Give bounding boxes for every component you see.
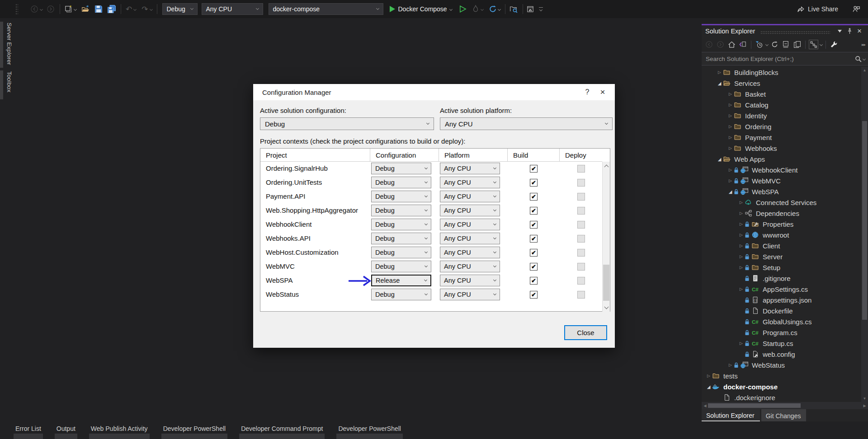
tree-expand-icon[interactable]: ▷ — [727, 92, 734, 96]
tree-expand-icon[interactable]: ▷ — [738, 211, 745, 215]
build-checkbox[interactable]: ✔ — [530, 263, 538, 271]
platform-combo[interactable]: Any CPU — [440, 275, 500, 286]
toolbar-overflow-icon[interactable] — [539, 7, 543, 11]
tree-item-catalog[interactable]: ▷Catalog — [702, 99, 861, 110]
new-project-icon[interactable] — [64, 5, 73, 14]
platform-combo[interactable]: Any CPU — [440, 205, 500, 216]
build-checkbox[interactable]: ✔ — [530, 291, 538, 299]
tree-item-client[interactable]: ▷Client — [702, 240, 861, 251]
configuration-combo[interactable]: Debug — [371, 205, 431, 216]
properties-wrench-icon[interactable] — [829, 40, 839, 49]
build-checkbox[interactable]: ✔ — [530, 165, 538, 173]
tree-expand-icon[interactable]: ▷ — [738, 341, 745, 346]
configuration-combo[interactable]: Debug — [371, 261, 431, 272]
platform-combo[interactable]: Any CPU — [440, 289, 500, 300]
tree-item-connected-services[interactable]: ▷Connected Services — [702, 197, 861, 208]
close-button[interactable]: Close — [564, 325, 607, 340]
scroll-down-icon[interactable] — [604, 305, 609, 309]
tree-expand-icon[interactable]: ◢ — [727, 189, 734, 194]
filter-pending-changes-icon[interactable] — [755, 40, 764, 49]
platform-combo[interactable]: Any CPU — [440, 177, 500, 188]
bottom-tab-web-publish-activity[interactable]: Web Publish Activity — [89, 425, 150, 439]
dialog-help-button[interactable]: ? — [580, 86, 595, 98]
se-toolbar-overflow-icon[interactable]: ▸▸ — [862, 42, 865, 47]
tree-item-dockerfile[interactable]: Dockerfile — [702, 305, 861, 316]
tree-expand-icon[interactable]: ▷ — [727, 146, 734, 150]
scrollbar-thumb[interactable] — [603, 265, 609, 301]
save-all-icon[interactable] — [107, 5, 116, 14]
platform-combo[interactable]: Any CPU — [440, 219, 500, 230]
tree-expand-icon[interactable]: ▷ — [738, 254, 745, 259]
build-checkbox[interactable]: ✔ — [530, 235, 538, 243]
tree-expand-icon[interactable]: ▷ — [716, 70, 723, 75]
platform-combo[interactable]: Any CPU — [440, 261, 500, 272]
se-back-icon[interactable] — [704, 40, 714, 49]
restart-dropdown-icon[interactable] — [498, 7, 501, 10]
tree-item-wwwroot[interactable]: ▷wwwroot — [702, 229, 861, 240]
panel-tab-solution-explorer[interactable]: Solution Explorer — [702, 409, 760, 421]
build-checkbox[interactable]: ✔ — [530, 249, 538, 257]
tree-item-tests[interactable]: ▷tests — [702, 370, 861, 381]
scroll-down-icon[interactable]: ▼ — [861, 395, 868, 402]
solution-configuration-combo[interactable]: Debug — [162, 3, 198, 15]
configuration-combo[interactable]: Debug — [371, 247, 431, 258]
switch-windows-icon[interactable] — [526, 5, 535, 14]
save-icon[interactable] — [94, 5, 103, 14]
tree-expand-icon[interactable]: ◢ — [716, 81, 723, 86]
tree-item-setup[interactable]: ▷Setup — [702, 262, 861, 273]
configuration-combo[interactable]: Release — [371, 275, 431, 286]
tree-item--gitignore[interactable]: .gitignore — [702, 273, 861, 284]
scrollbar-thumb[interactable] — [708, 403, 801, 408]
restart-icon[interactable] — [488, 5, 497, 14]
tree-item-appsettings-cs[interactable]: ▷C#AppSettings.cs — [702, 284, 861, 294]
tree-item-globalusings-cs[interactable]: C#GlobalUsings.cs — [702, 316, 861, 327]
tree-expand-icon[interactable]: ▷ — [727, 363, 734, 367]
tree-item-docker-compose[interactable]: ◢docker-compose — [702, 381, 861, 392]
search-options-dropdown-icon[interactable] — [863, 57, 866, 60]
platform-combo[interactable]: Any CPU — [440, 191, 500, 202]
undo-icon[interactable]: ↶ — [126, 5, 132, 13]
scroll-up-icon[interactable]: ▲ — [861, 67, 868, 74]
tree-expand-icon[interactable]: ▷ — [738, 265, 745, 270]
navigate-back-icon[interactable] — [30, 5, 39, 14]
tree-expand-icon[interactable]: ◢ — [716, 157, 723, 162]
tree-item-services[interactable]: ◢Services — [702, 78, 861, 89]
tree-item-payment[interactable]: ▷Payment — [702, 132, 861, 143]
tree-item-program-cs[interactable]: C#Program.cs — [702, 327, 861, 338]
scroll-up-icon[interactable] — [604, 165, 609, 169]
tree-item-web-apps[interactable]: ◢Web Apps — [702, 154, 861, 164]
tree-expand-icon[interactable]: ◢ — [705, 384, 712, 389]
tree-expand-icon[interactable]: ▷ — [738, 233, 745, 237]
active-configuration-combo[interactable]: Debug — [260, 117, 434, 130]
table-vertical-scrollbar[interactable] — [602, 162, 610, 312]
redo-icon[interactable]: ↷ — [142, 5, 148, 13]
configuration-combo[interactable]: Debug — [371, 233, 431, 244]
tree-item-webmvc[interactable]: ▷WebMVC — [702, 175, 861, 186]
solution-platform-combo[interactable]: Any CPU — [202, 3, 263, 15]
platform-combo[interactable]: Any CPU — [440, 247, 500, 258]
run-target-dropdown-icon[interactable] — [449, 7, 453, 10]
tree-item-web-config[interactable]: web.config — [702, 349, 861, 360]
navigate-back-dropdown-icon[interactable] — [40, 7, 43, 10]
bottom-tab-developer-powershell[interactable]: Developer PowerShell — [336, 425, 403, 439]
tree-item-basket[interactable]: ▷Basket — [702, 89, 861, 99]
tree-expand-icon[interactable]: ▷ — [727, 113, 734, 118]
configuration-combo[interactable]: Debug — [371, 289, 431, 300]
hot-reload-icon[interactable] — [471, 5, 480, 14]
live-share-button[interactable]: Live Share — [797, 5, 838, 13]
platform-combo[interactable]: Any CPU — [440, 163, 500, 174]
search-box[interactable]: Search Solution Explorer (Ctrl+;) — [702, 52, 868, 65]
tree-item-appsettings-json[interactable]: {·}appsettings.json — [702, 294, 861, 305]
active-platform-combo[interactable]: Any CPU — [440, 117, 613, 130]
undo-dropdown-icon[interactable] — [133, 7, 137, 10]
hot-reload-dropdown-icon[interactable] — [481, 7, 484, 10]
build-checkbox[interactable]: ✔ — [530, 179, 538, 187]
bottom-tab-developer-command-prompt[interactable]: Developer Command Prompt — [239, 425, 325, 439]
search-icon[interactable] — [854, 54, 863, 64]
tree-item-properties[interactable]: ▷Properties — [702, 219, 861, 229]
build-checkbox[interactable]: ✔ — [530, 193, 538, 201]
pin-icon[interactable] — [844, 27, 854, 36]
home-icon[interactable] — [727, 40, 736, 49]
refresh-icon[interactable] — [770, 40, 779, 49]
solution-explorer-titlebar[interactable]: Solution Explorer × — [702, 25, 868, 37]
